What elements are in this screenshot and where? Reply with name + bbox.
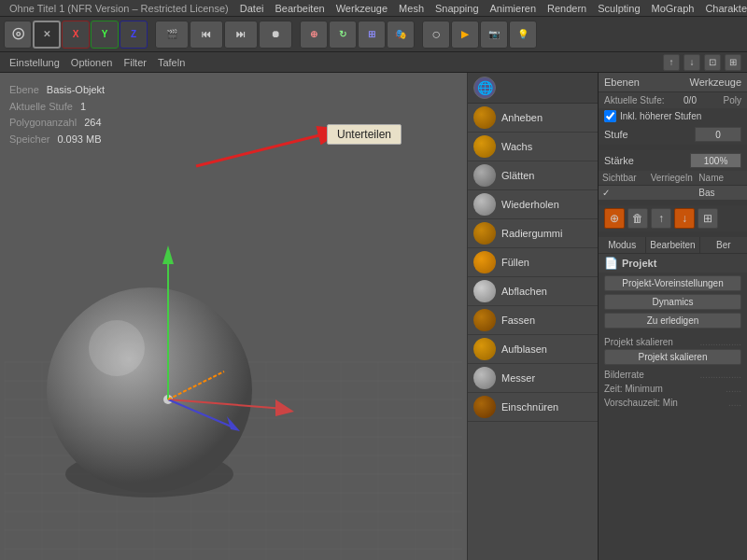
- layer-row[interactable]: ✓ Bas: [599, 186, 747, 200]
- poly-label: Polygonanzahl: [9, 115, 77, 132]
- zu-erledigen-btn[interactable]: Zu erledigen: [604, 313, 741, 329]
- tool-fuellen[interactable]: Füllen: [468, 248, 598, 277]
- tool-fassen-icon: [473, 309, 496, 331]
- menu-werkzeuge[interactable]: Werkzeuge: [331, 3, 393, 14]
- axis-x-btn[interactable]: X: [62, 21, 90, 49]
- ebene-val: Basis-Objekt: [47, 82, 105, 99]
- tool-messer-label: Messer: [501, 372, 535, 384]
- axis-y-btn[interactable]: Y: [91, 21, 119, 49]
- tool-abflachen-icon: [473, 280, 496, 302]
- add-layer-btn[interactable]: ⊕: [604, 208, 625, 229]
- tool-abflachen[interactable]: Abflachen: [468, 277, 598, 306]
- menu-tafeln[interactable]: Tafeln: [154, 57, 189, 68]
- tab-modus[interactable]: Modus: [599, 237, 646, 253]
- projekt-label: Projekt: [622, 258, 656, 269]
- menu-charakter[interactable]: Charakter: [699, 3, 747, 14]
- tool-radiergummi-icon: [473, 222, 496, 245]
- anim-btn4[interactable]: ⏺: [259, 21, 292, 49]
- mesh-mode-btn[interactable]: ✕: [33, 21, 61, 49]
- tool-glaetten-label: Glätten: [501, 170, 534, 181]
- menu-bearbeiten[interactable]: Bearbeiten: [269, 3, 330, 14]
- menu-rendern[interactable]: Rendern: [542, 3, 592, 14]
- staerke-input[interactable]: [690, 153, 741, 168]
- sichtbar-check[interactable]: ✓: [602, 188, 647, 198]
- anim-btn3[interactable]: ⏭: [224, 21, 258, 49]
- menu-einstellung[interactable]: Einstellung: [6, 57, 63, 68]
- model-mode-btn[interactable]: ⦾: [4, 21, 32, 49]
- tool-einschnueren[interactable]: Einschnüren: [468, 393, 598, 422]
- tool-wiederholen[interactable]: Wiederholen: [468, 190, 598, 219]
- tool-fassen-label: Fassen: [501, 315, 535, 326]
- menu-snapping[interactable]: Snapping: [430, 3, 485, 14]
- bilderrate-row: Bilderrate ................: [604, 368, 741, 382]
- projekt-voreinstellungen-btn[interactable]: Projekt-Voreinstellungen: [604, 275, 741, 291]
- projekt-skalieren-label-row: Projekt skalieren ................: [604, 335, 741, 349]
- settings-layer-btn[interactable]: ⊞: [698, 208, 718, 229]
- move-up-btn[interactable]: ↑: [651, 208, 671, 229]
- ebene-label: Ebene: [9, 82, 39, 99]
- vorschauzeit-label: Vorschauzeit: Min: [604, 398, 678, 408]
- tool-aufblasen-icon: [473, 338, 496, 360]
- anim-btn2[interactable]: ⏮: [190, 21, 223, 49]
- scale-btn[interactable]: ⊞: [358, 21, 386, 49]
- menu-animieren[interactable]: Animieren: [485, 3, 543, 14]
- tab-ebenen[interactable]: Ebenen: [604, 77, 640, 88]
- popup-unterteilen[interactable]: Unterteilen: [327, 124, 402, 145]
- tool-wachs[interactable]: Wachs: [468, 133, 598, 161]
- tool-messer[interactable]: Messer: [468, 364, 598, 393]
- viewport-3d[interactable]: Ebene Basis-Objekt Aktuelle Stufe 1 Poly…: [0, 73, 467, 560]
- speicher-val: 0.093 MB: [57, 132, 101, 148]
- stufe-row: Stufe: [599, 124, 747, 145]
- menu-filter[interactable]: Filter: [120, 57, 149, 68]
- stufe-input[interactable]: [695, 127, 741, 142]
- menu-mesh[interactable]: Mesh: [393, 3, 430, 14]
- move-down-btn[interactable]: ↓: [674, 208, 695, 229]
- menu-sculpting[interactable]: Sculpting: [592, 3, 645, 14]
- tool-buttons: ⊕ ↻ ⊞ 🎭: [300, 21, 415, 49]
- tab-ber[interactable]: Ber: [700, 237, 747, 253]
- info-panel: Ebene Basis-Objekt Aktuelle Stufe 1 Poly…: [9, 82, 105, 147]
- rotate-btn[interactable]: ↻: [329, 21, 357, 49]
- projekt-btn-row: Projekt-Voreinstellungen Dynamics Zu erl…: [599, 273, 747, 331]
- menu-optionen[interactable]: Optionen: [67, 57, 117, 68]
- tb2-icon1[interactable]: ↑: [663, 54, 680, 71]
- tool-wachs-icon: [473, 135, 496, 158]
- svg-point-27: [89, 320, 145, 376]
- tool-glaetten[interactable]: Glätten: [468, 161, 598, 190]
- staerke-row: Stärke: [599, 150, 747, 171]
- tool-aufblasen[interactable]: Aufblasen: [468, 335, 598, 364]
- toolbar2: Einstellung Optionen Filter Tafeln ↑ ↓ ⊡…: [0, 52, 747, 73]
- dynamics-btn[interactable]: Dynamics: [604, 294, 741, 310]
- menu-bar: Ohne Titel 1 (NFR Version – Restricted L…: [0, 0, 747, 17]
- anim-btn1[interactable]: 🎬: [155, 21, 189, 49]
- tab-werkzeuge[interactable]: Werkzeuge: [690, 77, 741, 88]
- poly-label-right: Poly: [724, 95, 741, 105]
- sculpt-tools-list: Anheben Wachs Glätten Wiederholen Radier…: [468, 104, 598, 560]
- sphere-btn[interactable]: ○: [422, 21, 450, 49]
- render-btn[interactable]: ▶: [451, 21, 479, 49]
- sculpt-tools-panel: 🌐 Anheben Wachs Glätten Wiederholen: [467, 73, 598, 560]
- zeit-label: Zeit: Minimum: [604, 384, 663, 394]
- cam-btn[interactable]: 📷: [480, 21, 508, 49]
- tool-fassen[interactable]: Fassen: [468, 306, 598, 335]
- tb2-icon2[interactable]: ↓: [684, 54, 700, 71]
- tb2-icon3[interactable]: ⊡: [704, 54, 721, 71]
- delete-layer-btn[interactable]: 🗑: [627, 208, 648, 229]
- layer-btn-row: ⊕ 🗑 ↑ ↓ ⊞: [599, 205, 747, 231]
- tool-radiergummi[interactable]: Radiergummi: [468, 219, 598, 248]
- menu-mograph[interactable]: MoGraph: [646, 3, 700, 14]
- inkl-checkbox[interactable]: [604, 110, 616, 122]
- tb2-icon4[interactable]: ⊞: [725, 54, 741, 71]
- menu-datei[interactable]: Datei: [234, 3, 270, 14]
- tool-einschnueren-label: Einschnüren: [501, 401, 558, 413]
- svg-point-26: [47, 287, 252, 493]
- tab-bearbeiten[interactable]: Bearbeiten: [646, 237, 699, 253]
- bilderrate-label: Bilderrate: [604, 370, 644, 380]
- tool-glaetten-icon: [473, 164, 496, 187]
- tool-anheben[interactable]: Anheben: [468, 104, 598, 133]
- move-btn[interactable]: ⊕: [300, 21, 328, 49]
- projekt-skalieren-btn[interactable]: Projekt skalieren: [604, 349, 741, 365]
- light-btn[interactable]: 💡: [509, 21, 537, 49]
- sculpt-btn[interactable]: 🎭: [387, 21, 415, 49]
- axis-z-btn[interactable]: Z: [120, 21, 148, 49]
